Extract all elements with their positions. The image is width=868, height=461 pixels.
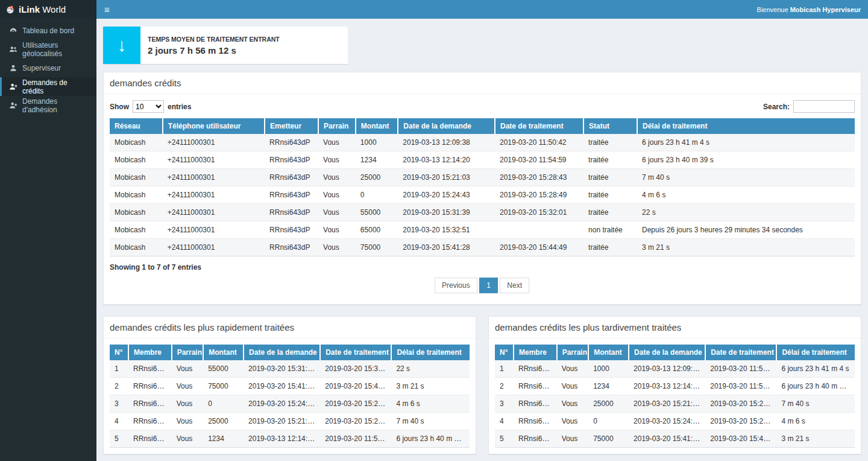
table-cell: +24111000301 xyxy=(163,151,265,169)
column-header: Délai de traitement xyxy=(776,345,855,360)
table-cell: 1000 xyxy=(356,134,398,151)
table-cell: RRnsi643dP xyxy=(265,221,318,239)
table-cell: 2019-03-20 15:44:49 xyxy=(495,239,583,256)
infobox-label: TEMPS MOYEN DE TRAITEMENT ENTRANT xyxy=(148,36,280,43)
credit-icon xyxy=(9,83,17,91)
table-cell: 2019-03-20 15:21:03 xyxy=(244,413,320,430)
table-cell: 2019-03-20 11:50:42 xyxy=(495,134,583,151)
table-row: 5RRnsi643dPVous750002019-03-20 15:41:282… xyxy=(495,430,855,448)
table-cell: Vous xyxy=(172,395,204,413)
table-cell: Mobicash xyxy=(110,186,163,204)
sidebar-item-demandes-adhesion[interactable]: Demandes d'adhésion xyxy=(0,96,96,115)
sidebar: iLink World Tableau de bord Utilisateurs… xyxy=(0,0,96,461)
table-cell: 1234 xyxy=(203,430,244,448)
table-cell: RRnsi643dP xyxy=(265,134,318,151)
column-header[interactable]: Délai de traitement xyxy=(637,118,855,134)
table-cell: Vous xyxy=(172,413,204,430)
table-cell: traitée xyxy=(583,134,637,151)
column-header: N° xyxy=(110,345,128,360)
slowest-credits-table: N°MembreParrainMontantDate de la demande… xyxy=(495,345,855,448)
column-header[interactable]: Statut xyxy=(583,118,637,134)
dashboard-icon xyxy=(9,27,17,35)
table-cell: Mobicash xyxy=(110,221,163,239)
table-cell: 2019-03-20 11:54:59 xyxy=(495,151,583,169)
table-cell: Vous xyxy=(318,221,356,239)
sidebar-item-label: Demandes d'adhésion xyxy=(22,97,90,114)
table-row: Mobicash+24111000301RRnsi643dPVous250002… xyxy=(110,169,855,186)
pagination-page-1-button[interactable]: 1 xyxy=(479,278,498,293)
sidebar-item-tableau-de-bord[interactable]: Tableau de bord xyxy=(0,21,96,40)
table-cell: +24111000301 xyxy=(163,239,265,256)
table-row: Mobicash+24111000301RRnsi643dPVous100020… xyxy=(110,134,855,151)
table-cell: 55000 xyxy=(203,360,244,378)
table-cell: 2 xyxy=(495,378,514,395)
table-cell: Mobicash xyxy=(110,151,163,169)
column-header[interactable]: Parrain xyxy=(318,118,356,134)
table-cell: +24111000301 xyxy=(163,134,265,151)
table-cell: RRnsi643dP xyxy=(514,413,557,430)
adhesion-icon xyxy=(9,101,17,110)
column-header[interactable]: Téléphone utilisateur xyxy=(163,118,265,134)
slowest-credits-panel: demandes crédits les plus tardivement tr… xyxy=(488,316,861,454)
table-cell: 7 m 40 s xyxy=(637,169,855,186)
sidebar-item-label: Superviseur xyxy=(22,64,61,72)
table-row: Mobicash+24111000301RRnsi643dPVous750002… xyxy=(110,239,855,256)
table-cell: +24111000301 xyxy=(163,169,265,186)
sidebar-item-utilisateurs-geolocalises[interactable]: Utilisateurs géolocalisés xyxy=(0,40,96,59)
table-cell: 2019-03-20 15:24:43 xyxy=(398,186,495,204)
table-cell: 2019-03-20 15:44:49 xyxy=(705,430,776,448)
table-cell: RRnsi643dP xyxy=(514,378,557,395)
table-cell: RRnsi643dP xyxy=(128,395,172,413)
top-navbar: ≡ Bienvenue Mobicash Hyperviseur xyxy=(96,0,868,19)
table-cell: RRnsi643dP xyxy=(265,169,318,186)
column-header: Parrain xyxy=(557,345,589,360)
table-row: 3RRnsi643dPVous250002019-03-20 15:21:032… xyxy=(495,395,855,413)
column-header[interactable]: Date de traitement xyxy=(495,118,583,134)
table-cell: 1 xyxy=(495,360,514,378)
table-cell: 4 m 6 s xyxy=(637,186,855,204)
table-cell: Vous xyxy=(318,186,356,204)
search-input[interactable] xyxy=(793,100,855,113)
table-cell: 7 m 40 s xyxy=(391,413,470,430)
table-cell: 2019-03-20 15:28:49 xyxy=(705,413,776,430)
table-cell: RRnsi643dP xyxy=(514,395,557,413)
column-header[interactable]: Réseau xyxy=(110,118,163,134)
table-cell: 3 m 21 s xyxy=(391,378,470,395)
app-logo[interactable]: iLink World xyxy=(0,0,96,19)
column-header: Date de la demande xyxy=(244,345,320,360)
table-cell: RRnsi643dP xyxy=(265,186,318,204)
table-cell: Mobicash xyxy=(110,239,163,256)
table-cell: 2019-03-20 15:41:28 xyxy=(629,430,705,448)
column-header[interactable]: Date de la demande xyxy=(398,118,495,134)
table-cell: traitée xyxy=(583,186,637,204)
table-cell: 2019-03-20 11:54:59 xyxy=(320,430,391,448)
fastest-credits-panel: demandes crédits les plus rapidement tra… xyxy=(103,316,476,454)
column-header[interactable]: Emetteur xyxy=(265,118,318,134)
menu-toggle-icon[interactable]: ≡ xyxy=(96,0,118,19)
table-cell: 2019-03-20 15:31:39 xyxy=(398,204,495,221)
table-cell: 22 s xyxy=(637,204,855,221)
table-cell: 4 m 6 s xyxy=(776,413,855,430)
table-cell: 75000 xyxy=(356,239,398,256)
table-cell: 2019-03-20 15:28:43 xyxy=(705,395,776,413)
datatable-controls: Show 10 entries Search: xyxy=(110,100,855,113)
pagination-next-button[interactable]: Next xyxy=(500,278,529,293)
table-cell: 2019-03-13 12:14:20 xyxy=(629,378,705,395)
content: ↓ TEMPS MOYEN DE TRAITEMENT ENTRANT 2 jo… xyxy=(96,19,868,461)
table-cell: 3 xyxy=(495,395,514,413)
sidebar-item-superviseur[interactable]: Superviseur xyxy=(0,59,96,77)
pagination-previous-button[interactable]: Previous xyxy=(435,278,477,293)
table-cell: Vous xyxy=(318,151,356,169)
page-size-select[interactable]: 10 xyxy=(133,100,164,113)
table-cell: 2019-03-20 15:28:43 xyxy=(320,413,391,430)
table-cell: 75000 xyxy=(203,378,244,395)
table-cell: 0 xyxy=(588,413,629,430)
table-cell: 6 jours 23 h 40 m 39 s xyxy=(637,151,855,169)
table-cell: RRnsi643dP xyxy=(265,239,318,256)
table-cell: traitée xyxy=(583,169,637,186)
column-header[interactable]: Montant xyxy=(356,118,398,134)
table-cell: non traitée xyxy=(583,221,637,239)
sidebar-item-demandes-de-credits[interactable]: Demandes de crédits xyxy=(0,77,96,96)
table-cell: Vous xyxy=(172,430,204,448)
panel-title: demandes crédits xyxy=(104,72,861,94)
